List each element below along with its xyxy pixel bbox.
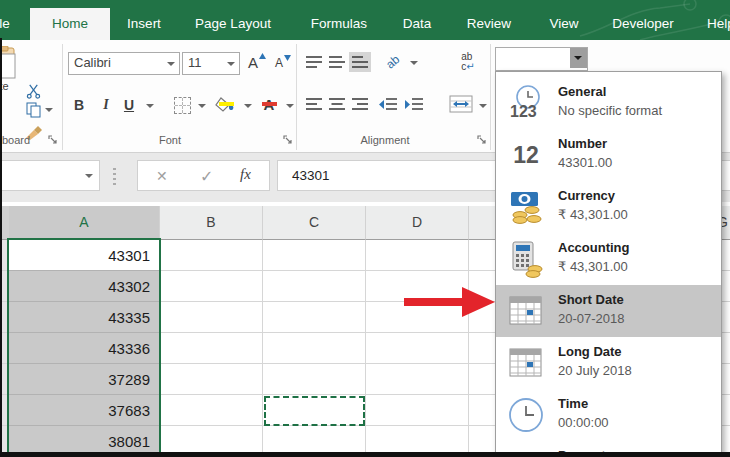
enter-button[interactable]: ✓ [200,167,213,186]
column-header-d[interactable]: D [365,206,468,240]
menu-item-title: Long Date [558,344,622,359]
clipboard-group-label: board [0,134,46,146]
menu-item-time[interactable]: Time 00:00:00 [496,389,721,441]
increase-font-size-button[interactable]: A [246,50,268,74]
borders-dropdown-caret[interactable] [198,104,206,108]
tab-review[interactable]: Review [452,8,526,40]
accounting-icon [500,235,552,283]
merge-dropdown-caret[interactable] [479,104,487,108]
number-format-combobox[interactable] [495,47,588,71]
menu-item-accounting[interactable]: Accounting ₹ 43,301.00 [496,233,721,285]
menu-item-sample: ₹ 43,301.00 [558,207,628,222]
formula-buttons-box: ✕ ✓ fx [137,160,270,191]
number-icon: 12 [500,131,552,179]
italic-label: I [103,97,108,113]
align-center-button[interactable] [326,94,348,114]
decrease-indent-button[interactable] [375,94,399,114]
underline-button[interactable]: U [120,94,138,116]
middle-align-button[interactable] [326,52,348,72]
copy-icon [26,102,41,118]
menu-item-general[interactable]: 123 General No specific format [496,77,721,129]
grow-font-icon: A [248,54,258,71]
orientation-icon: ab [383,52,402,71]
cancel-button[interactable]: ✕ [156,168,168,184]
svg-text:123: 123 [510,103,537,120]
bottom-align-button[interactable] [349,52,371,72]
top-align-button[interactable] [303,52,325,72]
menu-item-title: Time [558,396,588,411]
tab-insert[interactable]: Insert [118,8,170,40]
insert-function-button[interactable]: fx [240,166,251,183]
tab-data[interactable]: Data [388,8,446,40]
menu-item-sample: No specific format [558,103,662,118]
screenshot-bottom-edge [0,452,730,457]
menu-item-title: Short Date [558,292,624,307]
increase-indent-button[interactable] [401,94,425,114]
column-header-c[interactable]: C [262,206,365,240]
calendar-icon [500,339,552,387]
shrink-caret-icon [284,55,291,61]
tab-help[interactable]: Help [692,8,730,40]
bold-label: B [74,97,84,113]
decrease-font-size-button[interactable]: A [272,52,294,74]
alignment-dialog-launcher[interactable] [477,135,487,145]
orientation-button[interactable]: ab [380,50,406,74]
menu-item-sample: 20-07-2018 [558,311,625,326]
fill-color-dropdown-caret[interactable] [244,104,252,108]
tab-page-layout[interactable]: Page Layout [182,8,284,40]
group-separator [490,44,491,150]
menu-item-currency[interactable]: Currency ₹ 43,301.00 [496,181,721,233]
tab-file[interactable]: File [0,8,10,40]
tab-developer[interactable]: Developer [598,8,688,40]
borders-button[interactable] [172,94,192,116]
top-align-icon [306,56,322,69]
merge-center-button[interactable] [447,92,475,116]
select-all-corner[interactable] [2,206,9,240]
formula-value: 43301 [292,168,330,183]
name-box[interactable] [0,160,100,191]
middle-align-icon [329,56,345,69]
cut-button[interactable] [22,82,44,100]
fill-color-button[interactable] [212,90,240,118]
red-arrow-annotation [404,285,496,319]
align-left-icon [306,98,322,111]
menu-item-number[interactable]: 12 Number 43301.00 [496,129,721,181]
menu-item-title: Currency [558,188,615,203]
column-header-b[interactable]: B [159,206,262,240]
align-right-button[interactable] [349,94,371,114]
copied-cell-marching-ants[interactable] [264,396,365,426]
tab-view[interactable]: View [534,8,594,40]
bold-button[interactable]: B [70,94,88,116]
column-header-e-sliver[interactable] [468,206,495,240]
tab-formulas[interactable]: Formulas [294,8,384,40]
alignment-group-label: Alignment [350,134,420,146]
font-size-combobox[interactable]: 11 [182,52,240,75]
grid-sliver-right [722,240,730,457]
column-header-g-sliver[interactable]: G [722,206,730,240]
menu-item-long-date[interactable]: Long Date 20 July 2018 [496,337,721,389]
decrease-indent-icon [378,98,397,111]
menu-item-sample: 00:00:00 [558,415,609,430]
italic-button[interactable]: I [98,94,114,116]
orientation-dropdown-caret[interactable] [410,61,418,65]
font-dialog-launcher[interactable] [283,135,293,145]
wrap-text-button[interactable]: ab c↵ [450,48,486,76]
formula-bar-drag-dots[interactable] [113,168,116,186]
align-left-button[interactable] [303,94,325,114]
tab-home[interactable]: Home [30,8,110,40]
font-color-bar [262,102,277,106]
copy-button[interactable] [22,100,44,120]
borders-icon [174,97,191,114]
gridline-v [365,240,366,457]
font-name-combobox[interactable]: Calibri [68,52,180,75]
font-color-button[interactable]: A [256,90,282,118]
clipboard-dialog-launcher[interactable] [48,135,58,145]
menu-item-short-date[interactable]: Short Date 20-07-2018 [496,285,721,337]
column-header-a[interactable]: A [9,206,159,240]
number-format-dropdown-button[interactable] [570,48,587,68]
underline-dropdown-caret[interactable] [146,104,154,108]
copy-dropdown-caret[interactable] [45,108,53,112]
font-color-dropdown-caret[interactable] [286,104,294,108]
name-box-caret [85,174,93,178]
paste-button[interactable]: te [0,43,18,95]
